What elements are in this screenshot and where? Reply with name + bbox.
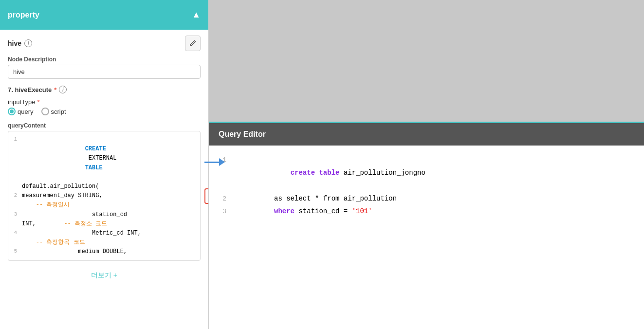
code-line-3: 3 station_cd — [8, 210, 200, 219]
hive-row: hive i — [8, 36, 201, 51]
line-content-2: measurement_day STRING, — [22, 191, 200, 201]
line-content-3: station_cd — [22, 210, 200, 219]
right-top-gray-area — [209, 0, 644, 122]
code-lines: 1 CREATE EXTERNAL TABLE default. — [8, 131, 200, 260]
hive-execute-required-star: * — [54, 86, 56, 93]
query-line-num-2: 2 — [219, 193, 233, 205]
radio-query[interactable]: query — [8, 108, 34, 115]
input-type-radio-group: query script — [8, 108, 201, 115]
arrow-connector — [204, 158, 225, 166]
query-editor-body: 1 create table air_pollution_jongno 2 as… — [209, 146, 644, 329]
line-content-3b: INT, -- 측정소 코드 — [22, 219, 200, 229]
radio-script-label: script — [51, 108, 66, 115]
right-panel: Query Editor 1 create table air_pollutio… — [209, 0, 644, 329]
query-line-num-3: 3 — [219, 206, 233, 218]
query-content-group: queryContent 1 CREATE EXTERNAL TABLE — [8, 122, 201, 261]
code-line-1b: default.air_pollution( — [8, 182, 200, 191]
input-type-group: inputType * query script — [8, 98, 201, 115]
hive-edit-button[interactable] — [185, 36, 201, 51]
line-num-2: 2 — [8, 191, 22, 201]
query-content-label: queryContent — [8, 122, 201, 129]
radio-script-dot[interactable] — [41, 108, 49, 115]
line-num-1: 1 — [8, 135, 22, 182]
line-num-4b — [8, 238, 22, 247]
input-type-label-row: inputType * — [8, 98, 201, 106]
expand-query-editor-button[interactable] — [204, 188, 208, 204]
line-content-2b: -- 측정일시 — [22, 201, 200, 210]
line-content-5: medium DOUBLE, — [22, 247, 200, 256]
line-content-1: CREATE EXTERNAL TABLE — [22, 135, 200, 182]
hive-info-icon[interactable]: i — [24, 39, 32, 47]
chevron-up-icon[interactable]: ▲ — [192, 10, 201, 20]
qkw-where: where — [274, 207, 294, 215]
code-area-container: 1 CREATE EXTERNAL TABLE default. — [8, 131, 201, 261]
query-editor-panel: Query Editor 1 create table air_pollutio… — [209, 122, 644, 329]
query-editor-header: Query Editor — [209, 123, 644, 146]
line-num-3b — [8, 219, 22, 229]
qkw-string-101: '101' — [352, 207, 372, 215]
query-line-1: 1 create table air_pollution_jongno — [219, 153, 634, 192]
code-line-3b: INT, -- 측정소 코드 — [8, 219, 200, 229]
node-description-label: Node Description — [8, 56, 201, 63]
radio-query-dot[interactable] — [8, 108, 16, 115]
line-num-1b — [8, 182, 22, 191]
qkw-table-name: air_pollution_jongno — [344, 169, 425, 177]
query-code-lines: 1 create table air_pollution_jongno 2 as… — [219, 153, 634, 218]
code-line-4: 4 Metric_cd INT, — [8, 229, 200, 238]
line-content-1b: default.air_pollution( — [22, 182, 200, 191]
code-area-wrapper: 1 CREATE EXTERNAL TABLE default. — [8, 131, 201, 261]
left-panel: property ▲ hive i Node Description — [0, 0, 209, 329]
line-content-4b: -- 측정항목 코드 — [22, 238, 200, 247]
node-description-group: Node Description — [8, 56, 201, 79]
kw-create: CREATE — [85, 146, 106, 152]
hive-label: hive i — [8, 39, 32, 47]
kw-table: TABLE — [85, 164, 103, 171]
query-line-2: 2 as select * from air_pollution — [219, 192, 634, 205]
input-type-required-star: * — [37, 98, 39, 106]
line-num-2b — [8, 201, 22, 210]
code-line-2: 2 measurement_day STRING, — [8, 191, 200, 201]
panel-body: hive i Node Description 7. hiveExecute *… — [0, 30, 208, 329]
expand-more-label: 더보기 + — [91, 271, 117, 280]
code-line-1: 1 CREATE EXTERNAL TABLE — [8, 135, 200, 182]
input-type-label: inputType — [8, 98, 35, 106]
arrow-line — [204, 162, 219, 163]
hive-execute-title-text: 7. hiveExecute — [8, 86, 52, 93]
radio-script[interactable]: script — [41, 108, 66, 115]
query-line-content-3: where station_cd = '101' — [233, 205, 634, 218]
kw-comment-station: -- 측정소 코드 — [64, 220, 107, 227]
panel-title: property — [8, 11, 39, 19]
hive-text: hive — [8, 39, 21, 47]
query-line-content-1: create table air_pollution_jongno — [233, 153, 634, 192]
panel-header: property ▲ — [0, 0, 208, 30]
code-line-4b: -- 측정항목 코드 — [8, 238, 200, 247]
hive-execute-section-title: 7. hiveExecute * i — [8, 86, 201, 93]
line-content-4: Metric_cd INT, — [22, 229, 200, 238]
code-line-5: 5 medium DOUBLE, — [8, 247, 200, 256]
node-description-input[interactable] — [8, 65, 201, 79]
air-pollution-text: air_pollution( — [50, 183, 99, 190]
query-editor-title: Query Editor — [219, 130, 266, 138]
query-line-content-2: as select * from air_pollution — [233, 192, 634, 205]
hive-execute-info-icon[interactable]: i — [59, 86, 67, 93]
expand-more-button[interactable]: 더보기 + — [8, 266, 201, 285]
radio-query-label: query — [18, 108, 34, 115]
line-num-5: 5 — [8, 247, 22, 256]
code-line-2b: -- 측정일시 — [8, 201, 200, 210]
query-line-3: 3 where station_cd = '101' — [219, 205, 634, 218]
kw-sp1: EXTERNAL — [85, 155, 120, 162]
line-num-3: 3 — [8, 210, 22, 219]
arrow-head — [219, 158, 225, 166]
line-num-4: 4 — [8, 229, 22, 238]
qkw-create-table: create table — [291, 169, 344, 177]
